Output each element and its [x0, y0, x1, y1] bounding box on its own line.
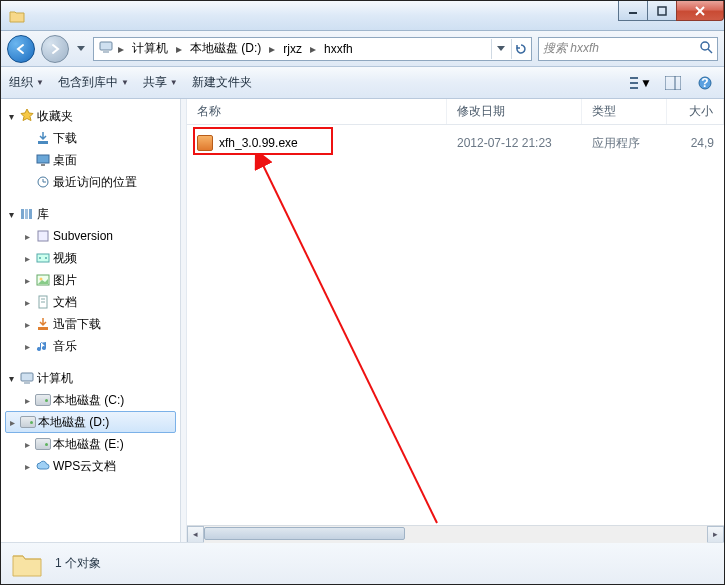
sidebar-item-downloads[interactable]: 下载 — [1, 127, 180, 149]
column-name[interactable]: 名称 — [187, 99, 447, 124]
scroll-track[interactable] — [204, 526, 707, 543]
navbar: ▸ 计算机 ▸ 本地磁盘 (D:) ▸ rjxz ▸ hxxfh 搜索 hxxf… — [1, 31, 724, 67]
file-date: 2012-07-12 21:23 — [447, 136, 582, 150]
sidebar-item-xunlei[interactable]: 迅雷下载 — [1, 313, 180, 335]
scroll-left-button[interactable]: ◂ — [187, 526, 204, 543]
svg-line-7 — [708, 49, 712, 53]
recent-icon — [35, 174, 51, 190]
search-icon — [699, 40, 713, 57]
sidebar-favorites[interactable]: 收藏夹 — [1, 105, 180, 127]
video-icon — [35, 250, 51, 266]
sidebar-item-drive-e[interactable]: 本地磁盘 (E:) — [1, 433, 180, 455]
file-list-pane: 名称 修改日期 类型 大小 xfh_3.0.99.exe 2012-07-12 … — [187, 99, 724, 542]
svg-rect-17 — [41, 164, 45, 166]
view-options-button[interactable]: ▼ — [630, 72, 652, 94]
svg-rect-31 — [38, 327, 48, 330]
svg-rect-16 — [37, 155, 49, 163]
svg-rect-15 — [38, 141, 48, 144]
column-size[interactable]: 大小 — [667, 99, 724, 124]
xunlei-icon — [35, 316, 51, 332]
close-button[interactable] — [676, 1, 724, 21]
help-button[interactable]: ? — [694, 72, 716, 94]
cloud-icon — [35, 458, 51, 474]
annotation-arrow — [247, 153, 467, 525]
svg-line-34 — [262, 163, 437, 523]
sidebar-item-videos[interactable]: 视频 — [1, 247, 180, 269]
svg-rect-33 — [24, 382, 30, 384]
new-folder-button[interactable]: 新建文件夹 — [192, 74, 252, 91]
music-icon — [35, 338, 51, 354]
svg-rect-32 — [21, 373, 33, 381]
exe-icon — [197, 135, 213, 151]
svg-rect-8 — [630, 77, 638, 79]
chevron-right-icon[interactable]: ▸ — [116, 42, 126, 56]
doc-icon — [35, 294, 51, 310]
download-icon — [35, 130, 51, 146]
drive-icon — [35, 436, 51, 452]
file-list[interactable]: xfh_3.0.99.exe 2012-07-12 21:23 应用程序 24,… — [187, 125, 724, 525]
file-row[interactable]: xfh_3.0.99.exe 2012-07-12 21:23 应用程序 24,… — [187, 131, 724, 155]
breadcrumb-item[interactable]: hxxfh — [320, 41, 357, 57]
back-button[interactable] — [7, 35, 35, 63]
horizontal-scrollbar[interactable]: ◂ ▸ — [187, 525, 724, 542]
picture-icon — [35, 272, 51, 288]
svg-rect-10 — [630, 87, 638, 89]
chevron-right-icon[interactable]: ▸ — [174, 42, 184, 56]
svg-rect-21 — [29, 209, 32, 219]
desktop-icon — [35, 152, 51, 168]
file-size: 24,9 — [667, 136, 724, 150]
column-headers: 名称 修改日期 类型 大小 — [187, 99, 724, 125]
computer-icon — [19, 370, 35, 386]
sidebar-item-subversion[interactable]: Subversion — [1, 225, 180, 247]
preview-pane-button[interactable] — [662, 72, 684, 94]
maximize-button[interactable] — [647, 1, 677, 21]
sidebar-libraries[interactable]: 库 — [1, 203, 180, 225]
scroll-thumb[interactable] — [204, 527, 405, 540]
drive-icon — [20, 414, 36, 430]
svg-rect-20 — [25, 209, 28, 219]
svg-rect-1 — [658, 7, 666, 15]
svg-rect-9 — [630, 82, 638, 84]
search-input[interactable]: 搜索 hxxfh — [538, 37, 718, 61]
file-type: 应用程序 — [582, 135, 667, 152]
sidebar-item-desktop[interactable]: 桌面 — [1, 149, 180, 171]
sidebar-computer[interactable]: 计算机 — [1, 367, 180, 389]
breadcrumb-item[interactable]: 本地磁盘 (D:) — [186, 39, 265, 58]
sidebar-item-documents[interactable]: 文档 — [1, 291, 180, 313]
sidebar-item-wps-cloud[interactable]: WPS云文档 — [1, 455, 180, 477]
svg-rect-22 — [38, 231, 48, 241]
scroll-right-button[interactable]: ▸ — [707, 526, 724, 543]
svg-rect-5 — [103, 51, 109, 53]
search-placeholder: 搜索 hxxfh — [543, 40, 695, 57]
minimize-button[interactable] — [618, 1, 648, 21]
sidebar: 收藏夹 下载 桌面 最近访问的位置 库 Subversion 视频 图片 文档 … — [1, 99, 181, 542]
sidebar-item-drive-c[interactable]: 本地磁盘 (C:) — [1, 389, 180, 411]
folder-icon — [11, 550, 43, 578]
svg-point-25 — [45, 257, 47, 259]
computer-icon — [98, 39, 114, 58]
breadcrumb-item[interactable]: 计算机 — [128, 39, 172, 58]
chevron-right-icon[interactable]: ▸ — [308, 42, 318, 56]
sidebar-item-pictures[interactable]: 图片 — [1, 269, 180, 291]
share-button[interactable]: 共享▼ — [143, 74, 178, 91]
sidebar-item-drive-d[interactable]: 本地磁盘 (D:) — [5, 411, 176, 433]
content-area: 收藏夹 下载 桌面 最近访问的位置 库 Subversion 视频 图片 文档 … — [1, 99, 724, 542]
column-date[interactable]: 修改日期 — [447, 99, 582, 124]
svg-point-6 — [701, 42, 709, 50]
titlebar — [1, 1, 724, 31]
sidebar-item-music[interactable]: 音乐 — [1, 335, 180, 357]
organize-button[interactable]: 组织▼ — [9, 74, 44, 91]
svn-icon — [35, 228, 51, 244]
chevron-right-icon[interactable]: ▸ — [267, 42, 277, 56]
include-library-button[interactable]: 包含到库中▼ — [58, 74, 129, 91]
address-dropdown[interactable] — [491, 39, 509, 59]
refresh-button[interactable] — [511, 39, 529, 59]
address-bar[interactable]: ▸ 计算机 ▸ 本地磁盘 (D:) ▸ rjxz ▸ hxxfh — [93, 37, 532, 61]
breadcrumb-item[interactable]: rjxz — [279, 41, 306, 57]
sidebar-item-recent[interactable]: 最近访问的位置 — [1, 171, 180, 193]
forward-button[interactable] — [41, 35, 69, 63]
svg-rect-11 — [665, 76, 681, 90]
history-dropdown[interactable] — [75, 46, 87, 52]
svg-rect-4 — [100, 42, 112, 50]
column-type[interactable]: 类型 — [582, 99, 667, 124]
